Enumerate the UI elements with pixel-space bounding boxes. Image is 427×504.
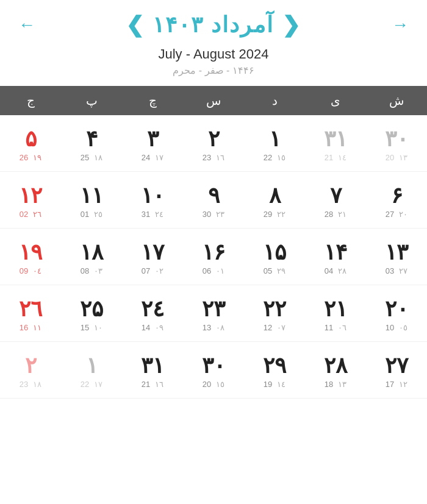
day-cell[interactable]: ۲۹۱٤19	[244, 346, 305, 394]
day-cell[interactable]: ۶۲۰27	[366, 176, 427, 224]
day-cell[interactable]: ۲٦۱۱16	[0, 289, 61, 338]
prev-month-button[interactable]: ←	[18, 15, 35, 35]
sub-dates: ۰٦11	[325, 323, 346, 332]
gregorian-day-number: 12	[264, 323, 272, 332]
hijri-day-number: ۱٦	[155, 380, 163, 389]
persian-day-number: ۳۱	[141, 353, 164, 378]
day-cell[interactable]: ۹۲۳30	[183, 176, 244, 224]
hijri-day-number: ۱٦	[216, 153, 224, 162]
sub-dates: ۱۹26	[20, 153, 41, 162]
hijri-day-number: ۲۲	[277, 210, 285, 219]
day-cell[interactable]: ۱۷۰۲07	[122, 232, 183, 281]
hijri-day-number: ۱۱	[33, 323, 41, 332]
weekday-cell: چ	[122, 86, 183, 115]
next-month-button[interactable]: →	[392, 15, 409, 35]
day-cell[interactable]: ۷۲۱28	[305, 176, 366, 224]
persian-day-number: ۲٤	[141, 297, 164, 321]
day-cell[interactable]: ۱۱۲٥01	[61, 176, 122, 224]
gregorian-day-number: 08	[81, 266, 89, 275]
hijri-day-number: ۱۲	[399, 380, 407, 389]
sub-header: July - August 2024 ۱۴۴۶ - صفر - محرم	[0, 44, 427, 77]
hijri-month-label: ۱۴۴۶ - صفر - محرم	[0, 65, 427, 76]
hijri-day-number: ۰۸	[216, 323, 224, 332]
month-year-title: ❮ آمرداد ۱۴۰۳ ❯	[35, 12, 392, 38]
hijri-day-number: ۱٤	[338, 153, 346, 162]
day-cell[interactable]: ۱۵۲۹05	[244, 232, 305, 281]
gregorian-day-number: 16	[20, 323, 28, 332]
hijri-day-number: ۱٥	[216, 380, 224, 389]
gregorian-day-number: 23	[203, 153, 211, 162]
persian-day-number: ۳	[147, 127, 159, 151]
sub-dates: ۰۲07	[142, 266, 163, 275]
gregorian-day-number: 04	[325, 266, 333, 275]
day-cell[interactable]: ۲۵۱۰15	[61, 289, 122, 338]
gregorian-day-number: 09	[20, 266, 28, 275]
gregorian-day-number: 22	[81, 380, 89, 389]
hijri-day-number: ۲٤	[155, 210, 163, 219]
gregorian-day-number: 25	[81, 153, 89, 162]
day-cell[interactable]: ۱۱۷22	[61, 346, 122, 394]
sub-dates: ۰۳08	[81, 266, 102, 275]
persian-day-number: ۲۲	[263, 297, 286, 321]
persian-day-number: ۱	[269, 127, 281, 151]
day-cell[interactable]: ۲۲۰۷12	[244, 289, 305, 338]
day-cell[interactable]: ۱۳۲۷03	[366, 232, 427, 281]
day-cell[interactable]: ۱۰۲٤31	[122, 176, 183, 224]
sub-dates: ۲۷03	[386, 266, 407, 275]
day-cell[interactable]: ۲۳۰۸13	[183, 289, 244, 338]
persian-day-number: ۴	[86, 127, 98, 151]
sub-dates: ۱۷24	[142, 153, 163, 162]
persian-day-number: ۱	[86, 353, 98, 378]
day-cell[interactable]: ۲۰۰٥10	[366, 289, 427, 338]
day-cell[interactable]: ۳۰۱٥20	[183, 346, 244, 394]
gregorian-day-number: 02	[20, 210, 28, 219]
hijri-day-number: ۰٥	[399, 323, 407, 332]
sub-dates: ۱۷22	[81, 380, 102, 389]
day-cell[interactable]: ۲٤۰۹14	[122, 289, 183, 338]
day-cell[interactable]: ۱۲۲٦02	[0, 176, 61, 224]
day-cell[interactable]: ۴۱۸25	[61, 119, 122, 168]
persian-day-number: ۲۱	[324, 297, 347, 321]
sub-dates: ۱۳20	[386, 153, 407, 162]
day-cell[interactable]: ۲۱۰٦11	[305, 289, 366, 338]
weekday-cell: ج	[0, 86, 61, 115]
sub-dates: ۰۹14	[142, 323, 163, 332]
day-cell[interactable]: ۱۴۲۸04	[305, 232, 366, 281]
day-cell[interactable]: ۳۰۱۳20	[366, 119, 427, 168]
hijri-day-number: ۲٦	[33, 210, 41, 219]
day-cell[interactable]: ۱۸۰۳08	[61, 232, 122, 281]
day-cell[interactable]: ۲۷۱۲17	[366, 346, 427, 394]
day-cell[interactable]: ۸۲۲29	[244, 176, 305, 224]
sub-dates: ۱۸23	[20, 380, 41, 389]
sub-dates: ۲۹05	[264, 266, 285, 275]
day-cell[interactable]: ۱۶۰۱06	[183, 232, 244, 281]
sub-dates: ۱٥20	[203, 380, 224, 389]
gregorian-day-number: 01	[81, 210, 89, 219]
day-cell[interactable]: ۲۱٦23	[183, 119, 244, 168]
hijri-day-number: ۲۷	[399, 266, 407, 275]
day-cell[interactable]: ۱۱٥22	[244, 119, 305, 168]
weekday-header-row: شیدسچپج	[0, 86, 427, 115]
day-cell[interactable]: ۳۱۱٤21	[305, 119, 366, 168]
calendar-grid: ۳۰۱۳20۳۱۱٤21۱۱٥22۲۱٦23۳۱۷24۴۱۸25۵۱۹26۶۲۰…	[0, 115, 427, 399]
persian-day-number: ۳۱	[324, 127, 347, 151]
day-cell[interactable]: ۵۱۹26	[0, 119, 61, 168]
gregorian-day-number: 03	[386, 266, 394, 275]
week-row: ۱۳۲۷03۱۴۲۸04۱۵۲۹05۱۶۰۱06۱۷۰۲07۱۸۰۳08۱۹۰٤…	[0, 229, 427, 285]
sub-dates: ۲٦02	[20, 210, 41, 219]
gregorian-day-number: 24	[142, 153, 150, 162]
hijri-day-number: ۱۰	[94, 323, 102, 332]
day-cell[interactable]: ۳۱۱٦21	[122, 346, 183, 394]
week-row: ۳۰۱۳20۳۱۱٤21۱۱٥22۲۱٦23۳۱۷24۴۱۸25۵۱۹26	[0, 115, 427, 172]
hijri-day-number: ۰٦	[338, 323, 346, 332]
day-cell[interactable]: ۲۱۸23	[0, 346, 61, 394]
day-cell[interactable]: ۳۱۷24	[122, 119, 183, 168]
persian-day-number: ۲۵	[80, 297, 103, 321]
day-cell[interactable]: ۲۸۱۳18	[305, 346, 366, 394]
hijri-day-number: ۲۹	[277, 266, 285, 275]
hijri-day-number: ۲۳	[216, 210, 224, 219]
day-cell[interactable]: ۱۹۰٤09	[0, 232, 61, 281]
weekday-cell: پ	[61, 86, 122, 115]
persian-day-number: ۱۰	[141, 183, 164, 208]
calendar: ← ❮ آمرداد ۱۴۰۳ ❯ → July - August 2024 ۱…	[0, 0, 427, 504]
